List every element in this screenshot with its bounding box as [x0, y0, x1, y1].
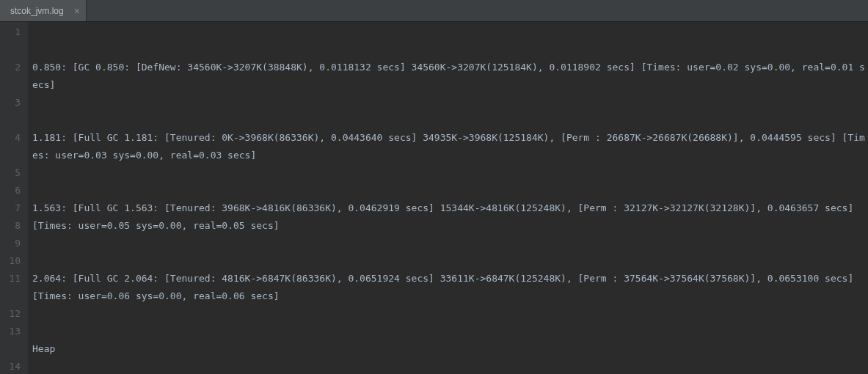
tab-bar: stcok_jvm.log ×: [0, 0, 868, 22]
line-number: [4, 111, 21, 129]
code-line: 0.850: [GC 0.850: [DefNew: 34560K->3207K…: [32, 59, 868, 94]
line-number: 14: [4, 358, 21, 374]
code-line: 2.064: [Full GC 2.064: [Tenured: 4816K->…: [32, 270, 868, 305]
editor-area: 1 2 3 4 5 6 7 8 9 10 11 12 13 14 15 0.85…: [0, 22, 868, 374]
tab-label: stcok_jvm.log: [10, 6, 64, 16]
line-number: 7: [4, 199, 21, 217]
code-content[interactable]: 0.850: [GC 0.850: [DefNew: 34560K->3207K…: [28, 22, 868, 374]
line-number: 8: [4, 217, 21, 235]
line-number: [4, 340, 21, 358]
code-line: 1.563: [Full GC 1.563: [Tenured: 3968K->…: [32, 199, 868, 235]
line-number: [4, 287, 21, 305]
code-line: Heap: [32, 340, 868, 358]
code-line: 1.181: [Full GC 1.181: [Tenured: 0K->396…: [32, 129, 868, 164]
line-number: 10: [4, 252, 21, 270]
line-number: [4, 147, 21, 164]
line-number: 5: [4, 164, 21, 182]
line-number-gutter: 1 2 3 4 5 6 7 8 9 10 11 12 13 14 15: [0, 22, 28, 374]
line-number: 4: [4, 129, 21, 147]
line-number: 3: [4, 94, 21, 111]
tab-file[interactable]: stcok_jvm.log ×: [0, 0, 87, 21]
line-number: 6: [4, 182, 21, 199]
line-number: 13: [4, 323, 21, 340]
close-icon[interactable]: ×: [74, 5, 80, 17]
line-number: 12: [4, 305, 21, 323]
line-number: 1: [4, 23, 21, 41]
line-number: [4, 76, 21, 94]
line-number: 9: [4, 235, 21, 252]
line-number: [4, 41, 21, 59]
line-number: 2: [4, 59, 21, 76]
line-number: 11: [4, 270, 21, 287]
